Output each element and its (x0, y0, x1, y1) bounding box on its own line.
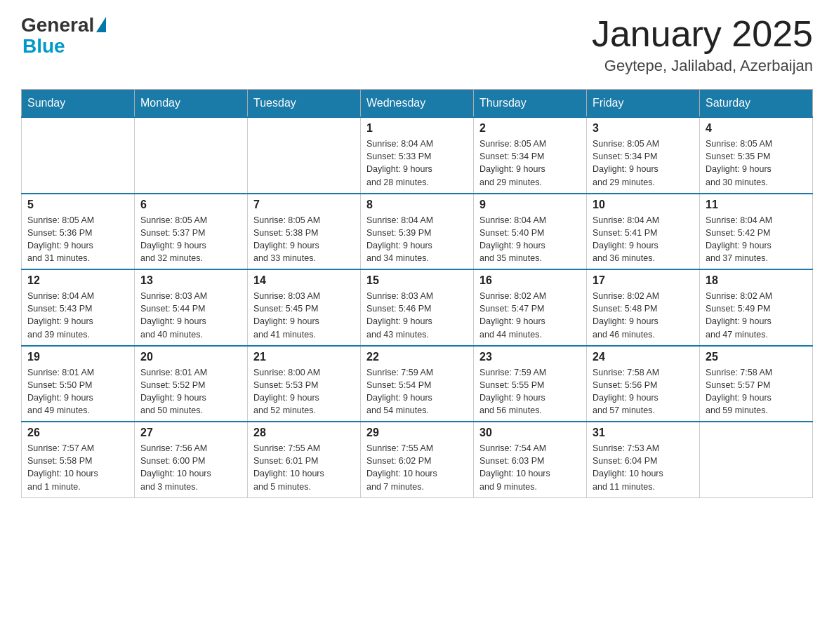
day-number: 24 (593, 351, 694, 363)
day-cell: 21Sunrise: 8:00 AM Sunset: 5:53 PM Dayli… (248, 346, 361, 422)
week-row-3: 12Sunrise: 8:04 AM Sunset: 5:43 PM Dayli… (22, 269, 813, 346)
day-cell (700, 422, 813, 497)
day-number: 8 (366, 199, 468, 211)
day-number: 23 (479, 351, 581, 363)
column-header-monday: Monday (135, 90, 248, 118)
logo-general-text: General (21, 14, 94, 36)
day-cell: 22Sunrise: 7:59 AM Sunset: 5:54 PM Dayli… (361, 346, 474, 422)
day-info: Sunrise: 8:03 AM Sunset: 5:46 PM Dayligh… (366, 290, 468, 341)
day-info: Sunrise: 8:05 AM Sunset: 5:36 PM Dayligh… (27, 214, 128, 265)
day-number: 29 (366, 427, 468, 439)
day-number: 5 (27, 199, 128, 211)
column-header-friday: Friday (587, 90, 700, 118)
day-number: 20 (140, 351, 241, 363)
day-number: 26 (27, 427, 128, 439)
day-number: 12 (27, 274, 128, 287)
day-cell: 3Sunrise: 8:05 AM Sunset: 5:34 PM Daylig… (587, 117, 700, 194)
day-cell (248, 117, 361, 194)
day-info: Sunrise: 7:55 AM Sunset: 6:01 PM Dayligh… (253, 442, 355, 493)
calendar-table: SundayMondayTuesdayWednesdayThursdayFrid… (21, 89, 813, 498)
day-cell: 19Sunrise: 8:01 AM Sunset: 5:50 PM Dayli… (22, 346, 135, 422)
day-info: Sunrise: 7:54 AM Sunset: 6:03 PM Dayligh… (479, 442, 581, 493)
day-info: Sunrise: 7:53 AM Sunset: 6:04 PM Dayligh… (593, 442, 694, 493)
day-number: 7 (253, 199, 355, 211)
day-number: 2 (479, 122, 581, 135)
day-cell (22, 117, 135, 194)
day-number: 30 (479, 427, 581, 439)
day-cell: 16Sunrise: 8:02 AM Sunset: 5:47 PM Dayli… (474, 269, 587, 346)
logo-triangle-icon (96, 17, 106, 32)
day-info: Sunrise: 8:04 AM Sunset: 5:33 PM Dayligh… (366, 137, 468, 189)
day-number: 19 (27, 351, 128, 363)
day-cell: 1Sunrise: 8:04 AM Sunset: 5:33 PM Daylig… (361, 117, 474, 194)
day-number: 11 (706, 199, 807, 211)
day-number: 9 (479, 199, 581, 211)
day-number: 21 (253, 351, 355, 363)
day-info: Sunrise: 8:05 AM Sunset: 5:35 PM Dayligh… (706, 137, 807, 189)
week-row-2: 5Sunrise: 8:05 AM Sunset: 5:36 PM Daylig… (22, 194, 813, 270)
day-cell: 11Sunrise: 8:04 AM Sunset: 5:42 PM Dayli… (700, 194, 813, 270)
day-info: Sunrise: 8:05 AM Sunset: 5:34 PM Dayligh… (479, 137, 581, 189)
column-header-sunday: Sunday (22, 90, 135, 118)
day-cell: 10Sunrise: 8:04 AM Sunset: 5:41 PM Dayli… (587, 194, 700, 270)
day-info: Sunrise: 7:58 AM Sunset: 5:57 PM Dayligh… (706, 366, 807, 417)
day-info: Sunrise: 8:02 AM Sunset: 5:47 PM Dayligh… (479, 290, 581, 341)
day-info: Sunrise: 8:03 AM Sunset: 5:44 PM Dayligh… (140, 290, 241, 341)
day-cell: 27Sunrise: 7:56 AM Sunset: 6:00 PM Dayli… (135, 422, 248, 497)
page-header: General Blue January 2025 Geytepe, Jalil… (21, 14, 813, 75)
column-header-thursday: Thursday (474, 90, 587, 118)
day-cell: 14Sunrise: 8:03 AM Sunset: 5:45 PM Dayli… (248, 269, 361, 346)
day-info: Sunrise: 7:57 AM Sunset: 5:58 PM Dayligh… (27, 442, 128, 493)
day-info: Sunrise: 7:59 AM Sunset: 5:55 PM Dayligh… (479, 366, 581, 417)
column-header-wednesday: Wednesday (361, 90, 474, 118)
header-row: SundayMondayTuesdayWednesdayThursdayFrid… (22, 90, 813, 118)
day-cell: 20Sunrise: 8:01 AM Sunset: 5:52 PM Dayli… (135, 346, 248, 422)
day-number: 6 (140, 199, 241, 211)
day-cell: 28Sunrise: 7:55 AM Sunset: 6:01 PM Dayli… (248, 422, 361, 497)
day-cell: 13Sunrise: 8:03 AM Sunset: 5:44 PM Dayli… (135, 269, 248, 346)
day-info: Sunrise: 7:55 AM Sunset: 6:02 PM Dayligh… (366, 442, 468, 493)
day-info: Sunrise: 8:01 AM Sunset: 5:52 PM Dayligh… (140, 366, 241, 417)
day-info: Sunrise: 8:05 AM Sunset: 5:38 PM Dayligh… (253, 214, 355, 265)
day-info: Sunrise: 8:01 AM Sunset: 5:50 PM Dayligh… (27, 366, 128, 417)
day-cell: 30Sunrise: 7:54 AM Sunset: 6:03 PM Dayli… (474, 422, 587, 497)
day-number: 31 (593, 427, 694, 439)
day-cell: 17Sunrise: 8:02 AM Sunset: 5:48 PM Dayli… (587, 269, 700, 346)
day-number: 1 (366, 122, 468, 135)
day-number: 14 (253, 274, 355, 287)
day-info: Sunrise: 8:02 AM Sunset: 5:49 PM Dayligh… (706, 290, 807, 341)
day-cell: 23Sunrise: 7:59 AM Sunset: 5:55 PM Dayli… (474, 346, 587, 422)
day-number: 4 (706, 122, 807, 135)
day-number: 15 (366, 274, 468, 287)
title-section: January 2025 Geytepe, Jalilabad, Azerbai… (592, 14, 813, 75)
day-info: Sunrise: 8:03 AM Sunset: 5:45 PM Dayligh… (253, 290, 355, 341)
day-cell: 26Sunrise: 7:57 AM Sunset: 5:58 PM Dayli… (22, 422, 135, 497)
day-info: Sunrise: 8:04 AM Sunset: 5:41 PM Dayligh… (593, 214, 694, 265)
logo-blue-text: Blue (22, 35, 65, 58)
day-info: Sunrise: 8:04 AM Sunset: 5:42 PM Dayligh… (706, 214, 807, 265)
day-info: Sunrise: 8:02 AM Sunset: 5:48 PM Dayligh… (593, 290, 694, 341)
day-info: Sunrise: 8:05 AM Sunset: 5:34 PM Dayligh… (593, 137, 694, 189)
logo: General Blue (21, 14, 106, 58)
day-info: Sunrise: 8:04 AM Sunset: 5:43 PM Dayligh… (27, 290, 128, 341)
day-number: 3 (593, 122, 694, 135)
day-info: Sunrise: 8:04 AM Sunset: 5:40 PM Dayligh… (479, 214, 581, 265)
day-cell: 5Sunrise: 8:05 AM Sunset: 5:36 PM Daylig… (22, 194, 135, 270)
day-info: Sunrise: 8:00 AM Sunset: 5:53 PM Dayligh… (253, 366, 355, 417)
day-number: 22 (366, 351, 468, 363)
day-info: Sunrise: 7:59 AM Sunset: 5:54 PM Dayligh… (366, 366, 468, 417)
week-row-4: 19Sunrise: 8:01 AM Sunset: 5:50 PM Dayli… (22, 346, 813, 422)
day-cell: 15Sunrise: 8:03 AM Sunset: 5:46 PM Dayli… (361, 269, 474, 346)
day-number: 28 (253, 427, 355, 439)
day-cell: 31Sunrise: 7:53 AM Sunset: 6:04 PM Dayli… (587, 422, 700, 497)
day-cell: 24Sunrise: 7:58 AM Sunset: 5:56 PM Dayli… (587, 346, 700, 422)
day-cell (135, 117, 248, 194)
column-header-saturday: Saturday (700, 90, 813, 118)
week-row-5: 26Sunrise: 7:57 AM Sunset: 5:58 PM Dayli… (22, 422, 813, 497)
day-info: Sunrise: 8:04 AM Sunset: 5:39 PM Dayligh… (366, 214, 468, 265)
column-header-tuesday: Tuesday (248, 90, 361, 118)
day-cell: 9Sunrise: 8:04 AM Sunset: 5:40 PM Daylig… (474, 194, 587, 270)
day-cell: 2Sunrise: 8:05 AM Sunset: 5:34 PM Daylig… (474, 117, 587, 194)
day-number: 25 (706, 351, 807, 363)
day-info: Sunrise: 8:05 AM Sunset: 5:37 PM Dayligh… (140, 214, 241, 265)
